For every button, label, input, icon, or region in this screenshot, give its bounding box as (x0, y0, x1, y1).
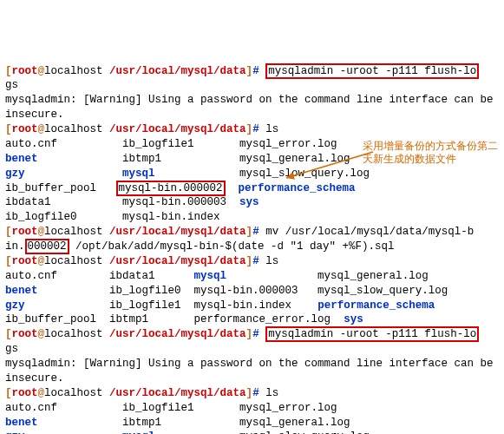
cmd-ls: ls (265, 387, 278, 399)
file: mysql_general.log (239, 417, 350, 429)
dir: performance_schema (317, 299, 435, 312)
file: mysql_general.log (239, 153, 350, 165)
file: performance_error.log (194, 313, 331, 326)
file: mysql_general.log (317, 270, 429, 282)
hl-cmd-flushlogs-1: mysqladmin -uroot -p111 flush-lo (265, 63, 479, 79)
file: mysql-bin.000003 (194, 285, 298, 297)
user: root (12, 65, 38, 77)
hash: # (252, 65, 259, 77)
file: ibdata1 (109, 270, 155, 282)
file: ib_buffer_pool (5, 182, 96, 194)
file: mysql_slow_query.log (317, 285, 448, 297)
file: auto.cnf (5, 402, 57, 414)
file: ibtmp1 (122, 153, 161, 165)
cmd-mv: mv /usr/local/mysql/data/mysql-b (265, 226, 474, 238)
file: auto.cnf (5, 138, 57, 150)
bracket: ] (246, 65, 253, 77)
dir: mysql (122, 168, 155, 180)
file: ib_logfile1 (122, 138, 194, 150)
cmd-cont: gs (5, 343, 18, 355)
terminal-output: [root@localhost /usr/local/mysql/data]# … (5, 64, 499, 435)
cmd-cont: gs (5, 79, 18, 91)
cmd-ls: ls (265, 123, 278, 135)
file: mysql-bin.index (122, 211, 220, 223)
dir: benet (5, 285, 38, 297)
path: /usr/local/mysql/data (109, 65, 246, 77)
dir: performance_schema (239, 182, 356, 194)
file: ib_logfile1 (109, 299, 181, 312)
file: ibtmp1 (122, 417, 161, 429)
dir: gzy (5, 431, 25, 434)
file: mysql-bin.index (194, 299, 292, 312)
file: mysql_slow_query.log (239, 431, 370, 434)
dir: sys (344, 313, 363, 326)
file: ib_logfile0 (109, 285, 181, 297)
file: ib_logfile0 (5, 211, 77, 223)
cmd-mv-cont: in. (5, 240, 25, 253)
file: mysql-bin.000003 (122, 196, 226, 208)
warning: mysqladmin: [Warning] Using a password o… (5, 358, 500, 385)
dir: gzy (5, 168, 25, 180)
warning: mysqladmin: [Warning] Using a password o… (5, 94, 500, 121)
dir: benet (5, 417, 38, 429)
hl-000002: 000002 (25, 239, 69, 254)
annotation-text: 采用增量备份的方式备份第二天新生成的数据文件 (363, 140, 501, 166)
at: @ (38, 65, 45, 77)
cmd-mv-cont: /opt/bak/add/mysql-bin-$(date -d "1 day"… (69, 240, 395, 253)
file: auto.cnf (5, 270, 57, 282)
file: mysql_error.log (239, 138, 337, 150)
dir: benet (5, 153, 38, 165)
cmd-ls: ls (265, 255, 278, 267)
bracket: [ (5, 65, 12, 77)
file: mysql_error.log (239, 402, 337, 414)
dir: gzy (5, 299, 25, 312)
dir: mysql (194, 270, 227, 282)
file: ib_buffer_pool (5, 313, 96, 326)
hl-cmd-flushlogs-2: mysqladmin -uroot -p111 flush-lo (265, 326, 479, 342)
hl-binlog-000002: mysql-bin.000002 (116, 181, 226, 196)
file: ibtmp1 (109, 313, 148, 326)
file: ibdata1 (5, 196, 51, 208)
file: mysql_slow_query.log (239, 168, 370, 180)
dir: sys (239, 196, 259, 208)
file: ib_logfile1 (122, 402, 194, 414)
dir: mysql (122, 431, 155, 434)
host: localhost (44, 65, 103, 77)
